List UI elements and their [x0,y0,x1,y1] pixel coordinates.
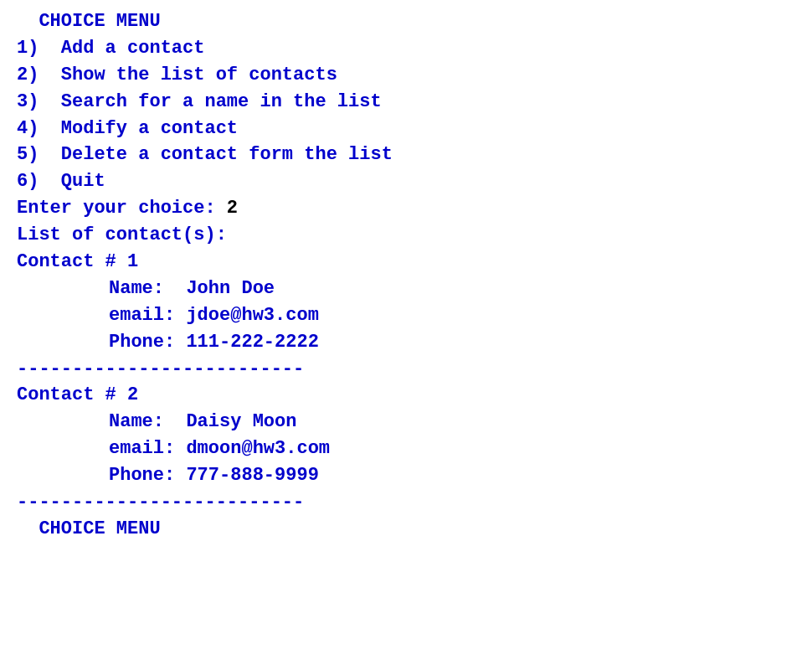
contact-1-email: email: jdoe@hw3.com [17,302,795,329]
contact-1-name: Name: John Doe [17,276,795,302]
contact-2-name: Name: Daisy Moon [17,409,795,436]
menu-item-4: 4) Modify a contact [17,116,795,142]
choice-prompt: Enter your choice: [17,195,227,222]
menu-item-2: 2) Show the list of contacts [17,62,795,89]
menu-title: CHOICE MENU [17,8,795,35]
terminal-output: CHOICE MENU 1) Add a contact 2) Show the… [17,8,795,543]
contact-2-email: email: dmoon@hw3.com [17,436,795,462]
separator-1: -------------------------- [17,356,795,383]
menu-item-6: 6) Quit [17,168,795,195]
footer-title: CHOICE MENU [17,516,795,543]
contact-1-phone: Phone: 111-222-2222 [17,329,795,356]
contact-2-header: Contact # 2 [17,382,795,409]
choice-input-line: Enter your choice: 2 [17,195,795,222]
list-header: List of contact(s): [17,222,795,249]
menu-item-5: 5) Delete a contact form the list [17,142,795,168]
menu-item-1: 1) Add a contact [17,35,795,62]
contact-2-phone: Phone: 777-888-9999 [17,462,795,489]
choice-value: 2 [227,195,238,222]
contact-1-header: Contact # 1 [17,249,795,276]
menu-item-3: 3) Search for a name in the list [17,89,795,116]
separator-2: -------------------------- [17,489,795,516]
